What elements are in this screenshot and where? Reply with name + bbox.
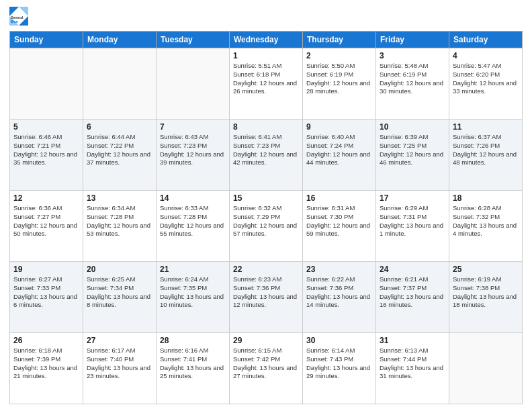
calendar-cell: 16Sunrise: 6:31 AM Sunset: 7:30 PM Dayli… (303, 191, 376, 262)
day-number: 10 (380, 122, 445, 132)
calendar-cell: 14Sunrise: 6:33 AM Sunset: 7:28 PM Dayli… (157, 191, 230, 262)
day-info: Sunrise: 6:22 AM Sunset: 7:36 PM Dayligh… (306, 275, 372, 310)
day-number: 21 (160, 265, 226, 274)
day-number: 11 (453, 122, 519, 132)
day-info: Sunrise: 6:17 AM Sunset: 7:40 PM Dayligh… (87, 347, 152, 381)
calendar-cell (157, 48, 230, 120)
day-info: Sunrise: 6:37 AM Sunset: 7:26 PM Dayligh… (453, 133, 519, 167)
day-info: Sunrise: 6:23 AM Sunset: 7:36 PM Dayligh… (233, 275, 299, 310)
calendar-cell: 1Sunrise: 5:51 AM Sunset: 6:18 PM Daylig… (230, 48, 303, 120)
calendar-cell: 19Sunrise: 6:27 AM Sunset: 7:33 PM Dayli… (10, 262, 83, 333)
weekday-header-friday: Friday (376, 32, 449, 48)
day-info: Sunrise: 6:46 AM Sunset: 7:21 PM Dayligh… (13, 133, 79, 167)
day-number: 28 (160, 336, 226, 345)
calendar-cell: 2Sunrise: 5:50 AM Sunset: 6:19 PM Daylig… (303, 48, 376, 120)
weekday-header-sunday: Sunday (10, 32, 83, 48)
calendar-cell: 21Sunrise: 6:24 AM Sunset: 7:35 PM Dayli… (157, 262, 230, 333)
day-number: 23 (306, 265, 372, 274)
calendar-cell: 6Sunrise: 6:44 AM Sunset: 7:22 PM Daylig… (83, 120, 157, 191)
week-row-1: 1Sunrise: 5:51 AM Sunset: 6:18 PM Daylig… (10, 48, 523, 120)
day-number: 25 (453, 265, 519, 274)
logo-icon: GeneralBlue (9, 7, 28, 26)
day-info: Sunrise: 5:51 AM Sunset: 6:18 PM Dayligh… (233, 62, 299, 96)
week-row-5: 26Sunrise: 6:18 AM Sunset: 7:39 PM Dayli… (10, 333, 523, 404)
calendar-cell: 31Sunrise: 6:13 AM Sunset: 7:44 PM Dayli… (376, 333, 449, 404)
day-number: 14 (160, 193, 226, 203)
calendar-cell (449, 333, 523, 404)
day-info: Sunrise: 6:36 AM Sunset: 7:27 PM Dayligh… (13, 204, 79, 238)
calendar-table: SundayMondayTuesdayWednesdayThursdayFrid… (9, 31, 523, 404)
day-info: Sunrise: 6:24 AM Sunset: 7:35 PM Dayligh… (160, 275, 226, 310)
weekday-header-tuesday: Tuesday (157, 32, 230, 48)
svg-text:General: General (11, 15, 24, 19)
svg-text:Blue: Blue (11, 19, 18, 24)
day-number: 17 (380, 193, 445, 203)
calendar-cell: 3Sunrise: 5:48 AM Sunset: 6:19 PM Daylig… (376, 48, 449, 120)
calendar-cell (83, 48, 157, 120)
svg-marker-2 (19, 7, 28, 16)
day-info: Sunrise: 6:33 AM Sunset: 7:28 PM Dayligh… (160, 204, 226, 238)
calendar-cell: 18Sunrise: 6:28 AM Sunset: 7:32 PM Dayli… (449, 191, 523, 262)
calendar-cell: 4Sunrise: 5:47 AM Sunset: 6:20 PM Daylig… (449, 48, 523, 120)
calendar-cell: 20Sunrise: 6:25 AM Sunset: 7:34 PM Dayli… (83, 262, 157, 333)
day-number: 8 (233, 122, 299, 132)
day-number: 6 (87, 122, 152, 132)
day-number: 16 (306, 193, 372, 203)
day-number: 30 (306, 336, 372, 345)
week-row-4: 19Sunrise: 6:27 AM Sunset: 7:33 PM Dayli… (10, 262, 523, 333)
calendar-cell (10, 48, 83, 120)
day-number: 31 (380, 336, 445, 345)
weekday-header-row: SundayMondayTuesdayWednesdayThursdayFrid… (10, 32, 523, 48)
day-info: Sunrise: 6:27 AM Sunset: 7:33 PM Dayligh… (13, 275, 79, 310)
day-number: 1 (233, 51, 299, 60)
day-info: Sunrise: 6:34 AM Sunset: 7:28 PM Dayligh… (87, 204, 152, 238)
calendar-cell: 8Sunrise: 6:41 AM Sunset: 7:23 PM Daylig… (230, 120, 303, 191)
day-info: Sunrise: 6:15 AM Sunset: 7:42 PM Dayligh… (233, 347, 299, 381)
day-info: Sunrise: 6:28 AM Sunset: 7:32 PM Dayligh… (453, 204, 519, 238)
day-number: 9 (306, 122, 372, 132)
calendar-cell: 11Sunrise: 6:37 AM Sunset: 7:26 PM Dayli… (449, 120, 523, 191)
calendar-cell: 26Sunrise: 6:18 AM Sunset: 7:39 PM Dayli… (10, 333, 83, 404)
day-info: Sunrise: 6:19 AM Sunset: 7:38 PM Dayligh… (453, 275, 519, 310)
day-info: Sunrise: 5:47 AM Sunset: 6:20 PM Dayligh… (453, 62, 519, 96)
day-number: 24 (380, 265, 445, 274)
day-number: 4 (453, 51, 519, 60)
day-number: 5 (13, 122, 79, 132)
day-number: 26 (13, 336, 79, 345)
calendar-cell: 25Sunrise: 6:19 AM Sunset: 7:38 PM Dayli… (449, 262, 523, 333)
day-number: 29 (233, 336, 299, 345)
day-number: 19 (13, 265, 79, 274)
day-number: 20 (87, 265, 152, 274)
week-row-2: 5Sunrise: 6:46 AM Sunset: 7:21 PM Daylig… (10, 120, 523, 191)
day-info: Sunrise: 6:41 AM Sunset: 7:23 PM Dayligh… (233, 133, 299, 167)
day-info: Sunrise: 6:32 AM Sunset: 7:29 PM Dayligh… (233, 204, 299, 238)
day-number: 15 (233, 193, 299, 203)
day-info: Sunrise: 6:14 AM Sunset: 7:43 PM Dayligh… (306, 347, 372, 381)
day-info: Sunrise: 6:29 AM Sunset: 7:31 PM Dayligh… (380, 204, 445, 238)
calendar-cell: 13Sunrise: 6:34 AM Sunset: 7:28 PM Dayli… (83, 191, 157, 262)
calendar-cell: 24Sunrise: 6:21 AM Sunset: 7:37 PM Dayli… (376, 262, 449, 333)
day-number: 18 (453, 193, 519, 203)
calendar-cell: 23Sunrise: 6:22 AM Sunset: 7:36 PM Dayli… (303, 262, 376, 333)
calendar-cell: 28Sunrise: 6:16 AM Sunset: 7:41 PM Dayli… (157, 333, 230, 404)
calendar-cell: 27Sunrise: 6:17 AM Sunset: 7:40 PM Dayli… (83, 333, 157, 404)
day-info: Sunrise: 5:48 AM Sunset: 6:19 PM Dayligh… (380, 62, 445, 96)
day-info: Sunrise: 6:31 AM Sunset: 7:30 PM Dayligh… (306, 204, 372, 238)
calendar-cell: 10Sunrise: 6:39 AM Sunset: 7:25 PM Dayli… (376, 120, 449, 191)
day-info: Sunrise: 6:18 AM Sunset: 7:39 PM Dayligh… (13, 347, 79, 381)
day-number: 22 (233, 265, 299, 274)
day-info: Sunrise: 6:39 AM Sunset: 7:25 PM Dayligh… (380, 133, 445, 167)
day-info: Sunrise: 6:43 AM Sunset: 7:23 PM Dayligh… (160, 133, 226, 167)
calendar-cell: 15Sunrise: 6:32 AM Sunset: 7:29 PM Dayli… (230, 191, 303, 262)
svg-marker-0 (9, 7, 19, 16)
day-number: 2 (306, 51, 372, 60)
logo: GeneralBlue (9, 7, 31, 26)
calendar-cell: 29Sunrise: 6:15 AM Sunset: 7:42 PM Dayli… (230, 333, 303, 404)
calendar-cell: 17Sunrise: 6:29 AM Sunset: 7:31 PM Dayli… (376, 191, 449, 262)
calendar-cell: 30Sunrise: 6:14 AM Sunset: 7:43 PM Dayli… (303, 333, 376, 404)
calendar-cell: 9Sunrise: 6:40 AM Sunset: 7:24 PM Daylig… (303, 120, 376, 191)
calendar-cell: 7Sunrise: 6:43 AM Sunset: 7:23 PM Daylig… (157, 120, 230, 191)
day-info: Sunrise: 5:50 AM Sunset: 6:19 PM Dayligh… (306, 62, 372, 96)
day-number: 13 (87, 193, 152, 203)
day-info: Sunrise: 6:21 AM Sunset: 7:37 PM Dayligh… (380, 275, 445, 310)
